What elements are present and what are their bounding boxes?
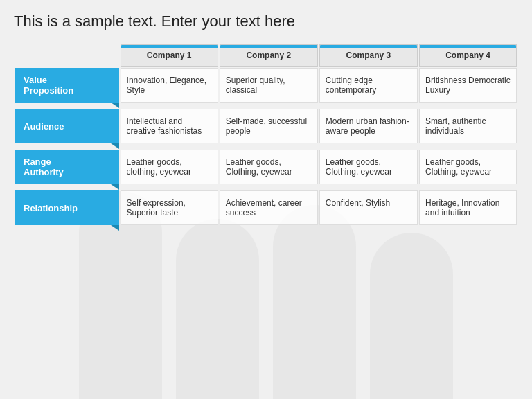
page-title: This is a sample text. Enter your text h…	[14, 12, 518, 30]
row-label-audience: Audience	[15, 109, 119, 143]
cell-2-1: Intellectual and creative fashionistas	[121, 109, 218, 143]
row-label-value-proposition: Value Proposition	[15, 68, 119, 103]
column-header-1: Company 1	[121, 44, 218, 66]
cell-3-3: Leather goods, Clothing, eyewear	[319, 150, 418, 184]
column-header-2: Company 2	[220, 44, 318, 66]
cell-1-2: Superior quality, classical	[220, 68, 318, 103]
comparison-table: Company 1 Company 2 Company 3 Company 4 …	[14, 43, 518, 227]
cell-2-3: Modern urban fashion- aware people	[319, 109, 418, 143]
cell-3-2: Leather goods, Clothing, eyewear	[220, 150, 318, 184]
cell-1-4: Britishness Democratic Luxury	[419, 68, 517, 103]
cell-2-2: Self-made, successful people	[220, 109, 318, 143]
column-header-3: Company 3	[319, 44, 418, 66]
cell-1-3: Cutting edge contemporary	[319, 68, 418, 103]
cell-1-1: Innovation, Elegance, Style	[121, 68, 218, 103]
table-row: Audience Intellectual and creative fashi…	[15, 109, 517, 143]
cell-4-3: Confident, Stylish	[319, 190, 418, 225]
cell-3-4: Leather goods, Clothing, eyewear	[419, 150, 517, 184]
table-row: Relationship Self expression, Superior t…	[15, 190, 517, 225]
header-empty-cell	[15, 44, 119, 66]
cell-4-1: Self expression, Superior taste	[121, 190, 218, 225]
row-label-relationship: Relationship	[15, 190, 119, 225]
row-label-range-authority: Range Authority	[15, 150, 119, 184]
table-row: Range Authority Leather goods, clothing,…	[15, 150, 517, 184]
cell-4-2: Achievement, career success	[220, 190, 318, 225]
cell-2-4: Smart, authentic individuals	[419, 109, 517, 143]
table-row: Value Proposition Innovation, Elegance, …	[15, 68, 517, 103]
cell-4-4: Heritage, Innovation and intuition	[419, 190, 517, 225]
cell-3-1: Leather goods, clothing, eyewear	[121, 150, 218, 184]
column-header-4: Company 4	[419, 44, 517, 66]
